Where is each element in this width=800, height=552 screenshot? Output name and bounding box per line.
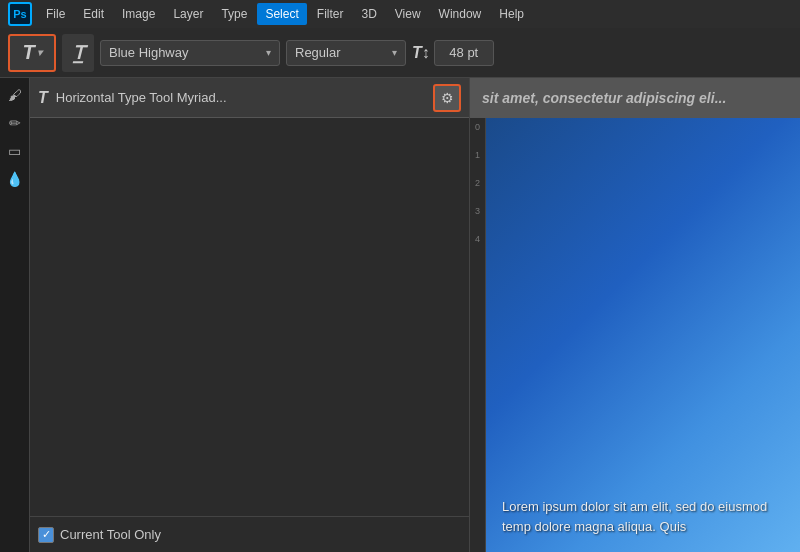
menu-window[interactable]: Window (431, 3, 490, 25)
preset-type-icon: T (38, 89, 48, 107)
font-size-input[interactable]: 48 pt (434, 40, 494, 66)
font-name-label: Blue Highway (109, 45, 189, 60)
left-toolbar: 🖌 ✏ ▭ 💧 (0, 78, 30, 552)
font-style-label: Regular (295, 45, 341, 60)
left-tool-brush[interactable]: 🖌 (2, 82, 28, 108)
menubar: Ps File Edit Image Layer Type Select Fil… (0, 0, 800, 28)
type-tool-icon: T (22, 41, 34, 64)
ruler-mark-1: 1 (475, 150, 480, 160)
ruler-mark-0: 0 (475, 122, 480, 132)
main-area: 🖌 ✏ ▭ 💧 T Horizontal Type Tool Myriad...… (0, 78, 800, 552)
type-tool-chevron: ▾ (37, 47, 42, 58)
orient-icon: T̲ (73, 42, 84, 64)
left-tool-rect[interactable]: ▭ (2, 138, 28, 164)
type-tool-button[interactable]: T ▾ (8, 34, 56, 72)
canvas-top-text: sit amet, consectetur adipiscing eli... (470, 78, 800, 118)
menu-edit[interactable]: Edit (75, 3, 112, 25)
gear-button[interactable]: ⚙ (433, 84, 461, 112)
canvas-text-overlay: Lorem ipsum dolor sit am elit, sed do ei… (486, 481, 800, 552)
menu-type[interactable]: Type (213, 3, 255, 25)
ps-logo: Ps (8, 2, 32, 26)
font-size-group: T↕ 48 pt (412, 40, 494, 66)
current-tool-only-checkbox[interactable]: ✓ Current Tool Only (38, 527, 161, 543)
canvas-body-text: Lorem ipsum dolor sit am elit, sed do ei… (502, 499, 767, 534)
style-dropdown-arrow: ▾ (392, 47, 397, 58)
menu-layer[interactable]: Layer (165, 3, 211, 25)
presets-header-left: T Horizontal Type Tool Myriad... (38, 89, 227, 107)
font-family-dropdown[interactable]: Blue Highway ▾ (100, 40, 280, 66)
left-tool-pencil[interactable]: ✏ (2, 110, 28, 136)
menu-filter[interactable]: Filter (309, 3, 352, 25)
tool-presets-panel: T Horizontal Type Tool Myriad... ⚙ ✓ Cur… (30, 78, 470, 552)
font-style-dropdown[interactable]: Regular ▾ (286, 40, 406, 66)
menu-file[interactable]: File (38, 3, 73, 25)
checkbox-icon: ✓ (38, 527, 54, 543)
ruler-mark-3: 3 (475, 206, 480, 216)
menu-image[interactable]: Image (114, 3, 163, 25)
preset-label: Horizontal Type Tool Myriad... (56, 90, 227, 105)
gear-icon: ⚙ (441, 90, 454, 106)
canvas-top-content: sit amet, consectetur adipiscing eli... (482, 90, 726, 106)
menu-view[interactable]: View (387, 3, 429, 25)
presets-content (30, 118, 469, 516)
font-size-icon: T↕ (412, 44, 430, 62)
presets-footer: ✓ Current Tool Only (30, 516, 469, 552)
menu-3d[interactable]: 3D (353, 3, 384, 25)
ruler-mark-2: 2 (475, 178, 480, 188)
ruler-mark-4: 4 (475, 234, 480, 244)
current-tool-only-label: Current Tool Only (60, 527, 161, 542)
left-tool-drop[interactable]: 💧 (2, 166, 28, 192)
vertical-ruler: 0 1 2 3 4 (470, 118, 486, 552)
orient-tool-button[interactable]: T̲ (62, 34, 94, 72)
canvas-image[interactable]: Lorem ipsum dolor sit am elit, sed do ei… (486, 118, 800, 552)
presets-header: T Horizontal Type Tool Myriad... ⚙ (30, 78, 469, 118)
menu-help[interactable]: Help (491, 3, 532, 25)
font-dropdown-arrow: ▾ (266, 47, 271, 58)
menu-select[interactable]: Select (257, 3, 306, 25)
canvas-area: sit amet, consectetur adipiscing eli... … (470, 78, 800, 552)
options-toolbar: T ▾ T̲ Blue Highway ▾ Regular ▾ T↕ 48 pt (0, 28, 800, 78)
